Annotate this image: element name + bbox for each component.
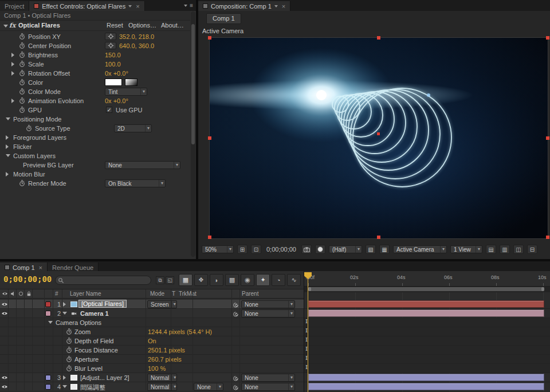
twirl-icon[interactable] [6,144,9,149]
draft-3d-button[interactable]: ❖ [194,274,208,286]
property-row[interactable]: Zoom 1244.4 pixels (54.4° H) [0,327,304,336]
stopwatch-icon[interactable] [18,79,26,86]
parent-dropdown[interactable]: None▾ [241,383,295,391]
twirl-icon[interactable] [48,321,53,324]
property-value[interactable]: 2501.1 pixels [148,347,185,354]
comp-nav-tab[interactable]: Comp 1 [206,13,241,24]
motion-blur-button[interactable]: ◉ [241,274,254,286]
column-mode[interactable]: Mode [150,291,164,297]
layer-duration-bar[interactable] [308,309,544,317]
pickwhip-icon[interactable] [233,310,239,317]
camera-view-dropdown[interactable]: Active Camera▾ [393,245,447,253]
label-color-swatch[interactable] [45,311,51,316]
tab-project[interactable]: Project [0,1,29,11]
label-color-swatch[interactable] [45,375,51,381]
twirl-icon[interactable] [11,62,14,66]
property-value[interactable]: 100 % [148,365,166,372]
property-row[interactable]: Blur Level 100 % [0,364,304,373]
graph-editor-button[interactable]: ∿ [287,274,301,286]
pixel-aspect-button[interactable]: ▤ [486,245,496,254]
view-layout-dropdown[interactable]: 1 View▾ [450,245,482,253]
selection-handle[interactable] [208,236,211,239]
property-value[interactable]: On [148,338,156,344]
column-t[interactable]: T [172,291,175,297]
column-parent[interactable]: Parent [242,291,258,297]
current-timecode[interactable]: 0;00;00;00 [3,275,52,284]
stopwatch-icon[interactable] [18,42,26,49]
transparency-grid-button[interactable]: ▦ [379,245,390,254]
search-input[interactable] [55,276,151,285]
property-value[interactable]: 100.0 [105,61,121,68]
stopwatch-icon[interactable] [18,106,26,113]
trkmat-dropdown[interactable]: None▾ [194,383,223,391]
column-layer-name[interactable]: Layer Name [70,291,101,297]
panel-menu-button[interactable]: ≡ [184,2,194,9]
work-area[interactable] [304,287,550,292]
property-row[interactable]: Focus Distance 2501.1 pixels [0,346,304,355]
point-picker-icon[interactable] [105,42,116,49]
flowchart-button[interactable]: ⊟ [527,245,537,254]
property-value[interactable]: 352.0, 218.0 [119,33,154,40]
property-value[interactable]: 1244.4 pixels (54.4° H) [148,328,212,335]
stopwatch-icon[interactable] [18,60,26,68]
layer-duration-bar[interactable] [308,300,544,308]
selection-handle[interactable] [208,36,211,40]
layer-name[interactable]: [Adjust... Layer 2] [80,374,129,381]
hide-shy-button[interactable]: ◗ [210,274,223,286]
point-picker-icon[interactable] [105,33,116,40]
stopwatch-icon[interactable] [18,179,26,187]
region-of-interest-button[interactable]: ▧ [366,245,376,254]
twirl-icon[interactable] [11,71,14,76]
close-icon[interactable]: × [282,3,285,10]
gpu-checkbox[interactable]: ✓ [106,107,112,113]
selection-handle[interactable] [546,136,549,140]
stopwatch-icon[interactable] [65,337,73,344]
eye-toggle[interactable] [1,374,8,381]
timeline-button[interactable]: ◫ [513,245,524,254]
close-icon[interactable]: × [39,264,42,271]
stopwatch-icon[interactable] [18,97,26,104]
property-value[interactable]: 260.7 pixels [148,356,182,363]
source-type-dropdown[interactable]: 2D▾ [114,124,152,132]
color-swatch[interactable] [105,79,122,86]
reset-button[interactable]: Reset [107,22,123,29]
eye-toggle[interactable] [1,310,8,317]
show-channels-button[interactable] [315,245,325,254]
column-number[interactable]: # [55,291,58,297]
tab-effect-controls[interactable]: Effect Controls: Optical Flares × [29,1,144,11]
layer-row[interactable]: 4 間隔調整 Normal▾ None▾ None▾ [0,382,304,391]
auto-keyframe-button[interactable]: ◔ [272,274,285,286]
safe-guides-button[interactable]: ⊞ [237,245,247,254]
stopwatch-icon[interactable] [18,69,26,77]
parent-dropdown[interactable]: None▾ [241,300,295,308]
snapshot-button[interactable] [301,245,312,254]
stopwatch-icon[interactable] [65,328,73,335]
layer-name[interactable]: [Optical Flares] [78,300,127,308]
twirl-icon[interactable] [6,154,10,157]
work-area-start-handle[interactable] [308,287,311,291]
twirl-icon[interactable] [11,53,14,57]
comp-flowchart-button[interactable]: ◱ [166,276,174,284]
tab-composition[interactable]: Composition: Comp 1 × [198,1,290,11]
stopwatch-icon[interactable] [18,88,26,95]
twirl-icon[interactable] [6,172,9,177]
eyedropper-icon[interactable] [125,79,138,86]
fast-preview-button[interactable]: ▥ [500,245,510,254]
layer-row[interactable]: 2 Camera 1 None▾ [0,309,304,318]
time-ruler[interactable]: :00f 02s 04s 06s 08s 10s [304,271,550,287]
layer-duration-bar[interactable] [308,383,544,390]
property-group-row[interactable]: Camera Options [0,318,304,327]
parent-dropdown[interactable]: None▾ [241,309,295,317]
property-row[interactable]: Depth of Field On [0,336,304,346]
options-button[interactable]: Options… [128,22,156,29]
eye-toggle[interactable] [1,383,8,390]
twirl-icon[interactable] [62,385,67,388]
comp-timecode[interactable]: 0;00;00;00 [265,246,298,253]
selection-handle[interactable] [546,236,549,239]
twirl-icon[interactable] [63,302,66,307]
stopwatch-icon[interactable] [25,124,33,132]
stopwatch-icon[interactable] [18,51,26,58]
scrollbar-thumb[interactable] [191,24,195,144]
stopwatch-icon[interactable] [65,364,73,372]
layer-row[interactable]: 1 [Optical Flares] Screen▾ None▾ [0,300,304,309]
